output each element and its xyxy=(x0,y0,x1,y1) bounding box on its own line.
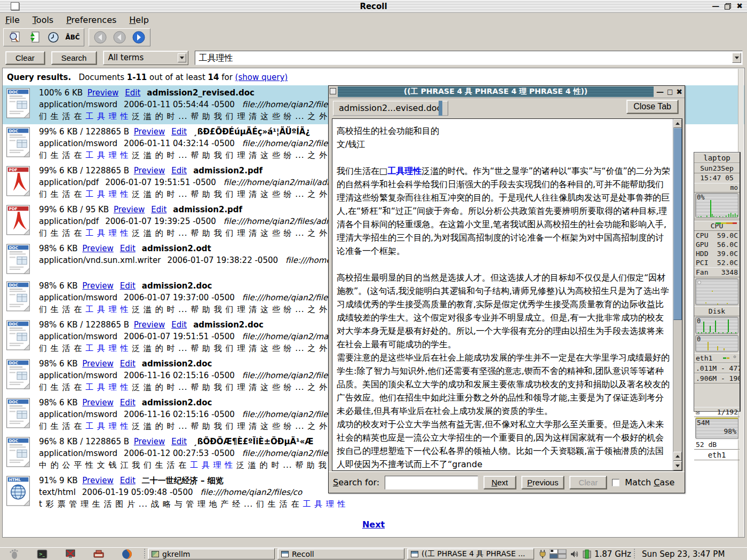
edit-link[interactable]: Edit xyxy=(171,166,187,175)
menu-preferences[interactable]: Preferences xyxy=(66,15,116,25)
next-page-button[interactable] xyxy=(130,30,148,45)
preview-minimize-button[interactable]: — xyxy=(656,87,664,97)
cpufreq-icon[interactable] xyxy=(583,549,591,559)
window-icon xyxy=(281,551,289,557)
show-query-link[interactable]: (show query) xyxy=(235,73,288,82)
search-button[interactable]: Search xyxy=(51,51,97,65)
preview-doc-button[interactable] xyxy=(6,30,24,45)
close-tab-button[interactable]: Close Tab xyxy=(626,100,678,114)
edit-link[interactable]: Edit xyxy=(171,320,187,330)
preview-link[interactable]: Preview xyxy=(82,359,113,369)
disk-chart-1[interactable]: 0 xyxy=(695,317,738,334)
snippet-text: 泛 滥 的 时 ... 帮 助 我 们 理 清 这 些 纷 ... 之 外 的 xyxy=(129,305,339,314)
forward-arrow-icon xyxy=(132,30,146,44)
edit-link[interactable]: Edit xyxy=(120,398,136,407)
preview-link[interactable]: Preview xyxy=(82,398,113,407)
edit-link[interactable]: Edit xyxy=(120,476,136,485)
preview-link[interactable]: Preview xyxy=(134,437,165,446)
power-plug-icon[interactable] xyxy=(539,549,546,559)
search-mode-combo[interactable]: All terms xyxy=(103,51,188,65)
preview-link[interactable]: Preview xyxy=(134,166,165,175)
prev-page-button[interactable] xyxy=(110,30,129,45)
edit-link[interactable]: Edit xyxy=(125,88,140,98)
taskbar-button[interactable]: ((工 PHRASE 4 具 PHRASE ... xyxy=(407,548,534,559)
preview-title: ((工 PHRASE 4 具 PHRASE 4 理 PHRASE 4 性)) xyxy=(338,87,654,97)
menu-help[interactable]: Help xyxy=(129,15,148,25)
preview-next-button[interactable]: Next xyxy=(483,476,516,489)
result-title: admission2.pdf xyxy=(193,166,263,175)
preview-close-button[interactable]: ✖ xyxy=(676,87,682,97)
clear-button[interactable]: Clear xyxy=(5,51,45,65)
sort-button[interactable] xyxy=(25,30,43,45)
query-input[interactable]: 工具理性 xyxy=(195,51,743,65)
preview-tab[interactable]: admission2...evised.doc xyxy=(333,101,448,116)
menu-tools[interactable]: Tools xyxy=(33,15,53,25)
result-date: 2006-01-07 19:51:51 -0500 xyxy=(105,178,216,187)
taskbar-clock[interactable]: Sun Sep 23, 3:47 PM xyxy=(642,549,725,559)
edit-link[interactable]: Edit xyxy=(171,437,187,446)
workspace-switcher[interactable] xyxy=(550,549,567,559)
first-page-button[interactable] xyxy=(91,30,109,45)
temperature-list: CPU59.0CGPU56.0CHDD39.0CPCI52.0C xyxy=(694,231,740,267)
scroll-up-button2[interactable] xyxy=(673,452,682,461)
display-settings-launcher[interactable] xyxy=(63,548,77,560)
snippet-text: 们 生 活 在 xyxy=(39,111,85,121)
result-mime: application/msword xyxy=(39,293,117,302)
edit-link[interactable]: Edit xyxy=(151,205,166,214)
gnome-menu-button[interactable] xyxy=(7,548,21,560)
eth1-label[interactable]: eth1 xyxy=(696,354,712,362)
disk-section-header[interactable]: Disk xyxy=(694,306,740,316)
taskbar-separator[interactable] xyxy=(143,549,146,559)
preview-maximize-button[interactable]: □ xyxy=(667,87,673,97)
mail-icon: ✉ xyxy=(696,409,700,416)
taskbar-button[interactable]: gkrellm xyxy=(148,548,275,559)
gkrellm-bottom-eth1[interactable]: eth1 xyxy=(694,450,740,460)
edit-link[interactable]: Edit xyxy=(120,281,136,291)
terminal-launcher[interactable]: >_ xyxy=(35,548,49,560)
preview-search-input[interactable] xyxy=(385,476,478,490)
result-icon: DOC xyxy=(6,280,39,315)
gkrellm-monitor: laptop Sun23Sep 15:47 05 mo 0% CPU CPU59… xyxy=(694,152,741,412)
volume-icon[interactable] xyxy=(570,550,579,558)
preview-tabbar: admission2...evised.doc Close Tab xyxy=(329,98,685,116)
preview-link[interactable]: Preview xyxy=(134,320,165,330)
mail-row[interactable]: ✉ 1/192 xyxy=(694,407,740,417)
preview-link[interactable]: Preview xyxy=(82,476,113,485)
cpu-chart[interactable]: 0% xyxy=(695,193,738,218)
preview-link[interactable]: Preview xyxy=(82,281,113,291)
restore-button[interactable] xyxy=(725,3,731,10)
match-case-checkbox[interactable] xyxy=(612,479,619,486)
next-results-link[interactable]: Next xyxy=(362,519,385,530)
clock-separator[interactable] xyxy=(633,549,636,559)
preview-previous-button[interactable]: Previous xyxy=(521,476,564,489)
chevron-down-icon[interactable] xyxy=(178,53,186,62)
preview-link[interactable]: Preview xyxy=(82,244,113,253)
preview-link[interactable]: Preview xyxy=(134,127,165,137)
menu-file[interactable]: File xyxy=(5,15,20,25)
typewriter-launcher[interactable] xyxy=(92,548,106,560)
preview-clear-button[interactable]: Clear xyxy=(569,476,607,489)
term-explorer-button[interactable]: ÅBĈ xyxy=(63,30,82,45)
preview-document-text[interactable]: 高校招生的社会功能和目的文/钱江 我们生活在□工具理性泛滥的时代。作为“世之显学… xyxy=(332,119,673,470)
preview-window-menu-icon[interactable] xyxy=(330,88,336,94)
history-button[interactable] xyxy=(44,30,62,45)
edit-link[interactable]: Edit xyxy=(171,127,187,137)
preview-scrollbar[interactable] xyxy=(673,119,682,470)
minimize-button[interactable]: — xyxy=(712,2,719,11)
scroll-thumb[interactable] xyxy=(673,128,682,320)
query-history-chevron-icon[interactable] xyxy=(732,53,741,63)
edit-link[interactable]: Edit xyxy=(120,244,136,253)
memory-meter[interactable]: 54M 98% xyxy=(695,418,738,439)
scroll-down-button[interactable] xyxy=(673,461,682,470)
close-button[interactable]: ✖ xyxy=(736,2,743,11)
preview-link[interactable]: Preview xyxy=(88,88,118,98)
preview-link[interactable]: Preview xyxy=(114,205,145,214)
result-date: 2006-01-12 00:27:53 -0500 xyxy=(124,449,235,458)
scroll-up-button[interactable] xyxy=(673,119,682,128)
fan-chart[interactable] xyxy=(695,278,738,305)
disk-chart-2[interactable]: 0 xyxy=(695,335,738,352)
edit-link[interactable]: Edit xyxy=(120,359,136,369)
taskbar-button[interactable]: Recoll xyxy=(277,548,404,559)
gkrellm-hostname[interactable]: laptop xyxy=(694,153,740,163)
firefox-launcher[interactable] xyxy=(120,548,134,560)
